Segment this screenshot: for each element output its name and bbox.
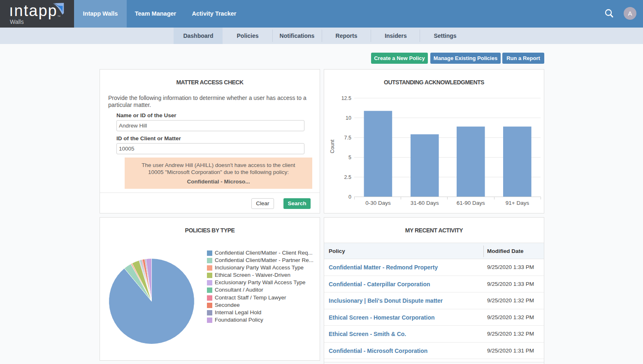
svg-text:91+ Days: 91+ Days	[506, 200, 529, 206]
svg-text:12.5: 12.5	[341, 95, 351, 101]
svg-text:0-30 Days: 0-30 Days	[365, 200, 391, 206]
svg-text:5: 5	[348, 155, 351, 160]
svg-text:0: 0	[348, 194, 351, 200]
svg-text:7.5: 7.5	[344, 135, 351, 141]
svg-text:Count: Count	[330, 139, 335, 153]
svg-text:10: 10	[346, 115, 351, 121]
svg-text:2.5: 2.5	[344, 174, 351, 180]
svg-text:61-90 Days: 61-90 Days	[457, 200, 485, 206]
svg-text:31-60 Days: 31-60 Days	[411, 200, 439, 206]
